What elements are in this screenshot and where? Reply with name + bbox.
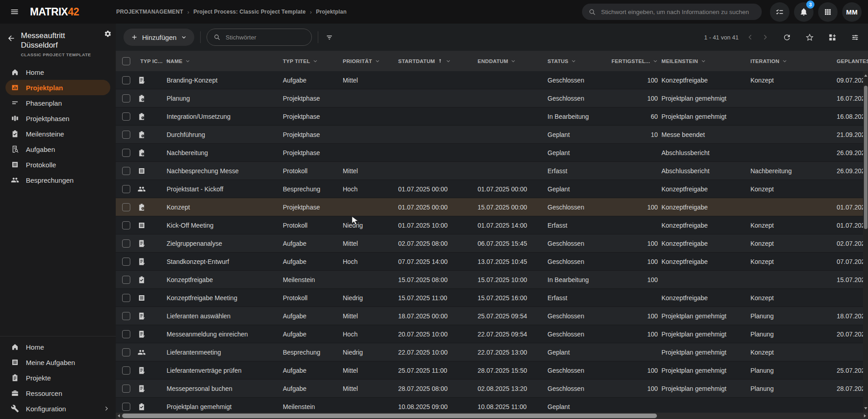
table-row[interactable]: Kick-Off Meeting Protokoll Niedrig 01.07… <box>116 216 868 234</box>
row-checkbox[interactable] <box>122 112 130 121</box>
table-row[interactable]: Nachbereitung Projektphase Geplant Absch… <box>116 144 868 162</box>
cell-status: Geschlossen <box>544 312 608 320</box>
vertical-scrollbar-thumb[interactable] <box>864 86 868 229</box>
user-avatar[interactable]: MM <box>842 2 862 22</box>
column-header-meilenstein[interactable]: MEILENSTEIN <box>658 58 747 64</box>
column-header-status[interactable]: STATUS <box>544 58 608 64</box>
scroll-left-arrow-icon[interactable] <box>117 414 121 418</box>
column-header-typ[interactable]: TYP TITEL <box>279 58 339 64</box>
cell-enddatum: 22.07.2025 13:00 <box>474 349 544 356</box>
table-row[interactable]: Projektstart - Kickoff Besprechung Hoch … <box>116 180 868 198</box>
page-previous-button[interactable] <box>746 33 755 42</box>
row-checkbox[interactable] <box>122 94 130 102</box>
sidebar-item-projektphasen[interactable]: Projektphasen <box>0 111 116 126</box>
global-search[interactable] <box>582 4 762 20</box>
row-checkbox[interactable] <box>122 131 130 139</box>
sidebar-item-konfiguration[interactable]: Konfiguration <box>0 401 116 416</box>
global-search-input[interactable] <box>600 8 755 16</box>
horizontal-scrollbar-thumb[interactable] <box>122 414 657 418</box>
row-checkbox[interactable] <box>122 385 130 393</box>
column-header-typ_icon[interactable]: TYP IC... <box>137 58 163 64</box>
horizontal-scrollbar[interactable] <box>116 413 868 419</box>
row-checkbox[interactable] <box>122 185 130 193</box>
add-widget-button[interactable] <box>827 32 838 43</box>
apps-grid-button[interactable] <box>818 2 838 22</box>
table-row[interactable]: Messepersonal buchen Aufgabe Mittel 28.0… <box>116 380 868 398</box>
table-row[interactable]: Zielgruppenanalyse Aufgabe Mittel 02.07.… <box>116 234 868 253</box>
sidebar-item-besprechungen[interactable]: Besprechungen <box>0 172 116 188</box>
row-checkbox[interactable] <box>122 203 130 211</box>
back-button[interactable] <box>5 33 16 44</box>
row-checkbox[interactable] <box>122 239 130 248</box>
sidebar-item-projektplan[interactable]: Projektplan <box>5 80 110 95</box>
table-row[interactable]: Lieferanten auswählen Aufgabe Mittel 18.… <box>116 307 868 325</box>
project-settings-button[interactable] <box>102 28 113 39</box>
table-row[interactable]: Integration/Umsetzung Projektphase In Be… <box>116 107 868 126</box>
row-checkbox[interactable] <box>122 276 130 284</box>
sidebar-item-label: Protokolle <box>26 161 109 169</box>
cell-fertigstellung: 100 <box>608 312 658 320</box>
column-header-iteration[interactable]: ITERATION <box>747 58 833 64</box>
column-header-start[interactable]: STARTDATUM <box>395 58 474 64</box>
vertical-scrollbar[interactable] <box>863 71 868 413</box>
sidebar-item-meilensteine[interactable]: Meilensteine <box>0 126 116 141</box>
table-row[interactable]: Konzept Projektphase 01.07.2025 00:00 15… <box>116 198 868 216</box>
sidebar-item-aufgaben[interactable]: Aufgaben <box>0 141 116 157</box>
sidebar-item-home[interactable]: Home <box>0 64 116 80</box>
breadcrumb-item[interactable]: PROJEKTMANAGEMENT <box>116 9 183 15</box>
refresh-button[interactable] <box>781 32 792 43</box>
sidebar-item-projekte[interactable]: Projekte <box>0 370 116 385</box>
add-button[interactable]: Hinzufügen <box>123 29 194 46</box>
table-row[interactable]: Standkonzept-Entwurf Aufgabe Hoch 07.07.… <box>116 253 868 271</box>
column-header-end[interactable]: ENDDATUM <box>474 58 544 64</box>
table-row[interactable]: Lieferantenverträge prüfen Aufgabe Mitte… <box>116 361 868 380</box>
table-row[interactable]: Messeanmeldung einreichen Aufgabe Hoch 2… <box>116 325 868 343</box>
sidebar-item-home-bottom[interactable]: Home <box>0 339 116 355</box>
row-checkbox[interactable] <box>122 258 130 266</box>
page-next-button[interactable] <box>760 33 769 42</box>
scroll-down-arrow-icon[interactable] <box>864 406 868 410</box>
column-header-geplant[interactable]: GEPLANTES <box>833 58 868 64</box>
table-row[interactable]: Branding-Konzept Aufgabe Mittel Geschlos… <box>116 71 868 89</box>
cell-prioritaet: Niedrig <box>339 294 395 302</box>
notifications-button[interactable]: 3 <box>794 2 814 22</box>
breadcrumb-item[interactable]: Projektplan <box>316 9 347 15</box>
row-checkbox[interactable] <box>122 167 130 175</box>
row-checkbox[interactable] <box>122 221 130 229</box>
row-checkbox[interactable] <box>122 149 130 157</box>
filter-button[interactable] <box>324 32 335 43</box>
table-row[interactable]: Lieferantenmeeting Besprechung Niedrig 2… <box>116 343 868 361</box>
matrix42-logo[interactable]: MATRIX42 <box>30 6 79 18</box>
sidebar-item-meine-aufgaben[interactable]: Meine Aufgaben <box>0 355 116 370</box>
pagination-text: 1 - 41 von 41 <box>704 34 739 41</box>
keyword-search[interactable] <box>207 29 312 46</box>
table-row[interactable]: Nachbesprechung Messe Protokoll Mittel E… <box>116 162 868 180</box>
sidebar-item-label: Home <box>26 343 109 351</box>
breadcrumb-item[interactable]: Project Process: Classic Project Templat… <box>193 9 306 15</box>
table-row[interactable]: Durchführung Projektphase Geplant 10 Mes… <box>116 126 868 144</box>
sidebar-item-ressourcen[interactable]: Ressourcen <box>0 385 116 401</box>
table-row[interactable]: Planung Projektphase Geschlossen 100 Pro… <box>116 89 868 107</box>
row-checkbox[interactable] <box>122 312 130 320</box>
row-checkbox[interactable] <box>122 348 130 356</box>
table-row[interactable]: Konzeptfreigabe Meilenstein 15.07.2025 0… <box>116 271 868 289</box>
column-header-prio[interactable]: PRIORITÄT <box>339 58 395 64</box>
keyword-search-input[interactable] <box>225 34 305 41</box>
tasks-checklist-button[interactable] <box>770 2 789 22</box>
row-checkbox[interactable] <box>122 294 130 302</box>
view-settings-button[interactable] <box>849 32 860 43</box>
table-row[interactable]: Konzeptfreigabe Meeting Protokoll Niedri… <box>116 289 868 307</box>
row-checkbox[interactable] <box>122 366 130 375</box>
scroll-up-arrow-icon[interactable] <box>864 74 868 78</box>
scroll-right-arrow-icon[interactable] <box>863 414 867 418</box>
column-header-name[interactable]: NAME <box>163 58 279 64</box>
row-checkbox[interactable] <box>122 330 130 338</box>
sidebar-item-protokolle[interactable]: Protokolle <box>0 157 116 172</box>
column-header-fertig[interactable]: FERTIGSTEL... <box>608 58 658 64</box>
row-checkbox[interactable] <box>122 403 130 411</box>
row-checkbox[interactable] <box>122 76 130 84</box>
favorite-button[interactable] <box>804 32 815 43</box>
select-all-checkbox[interactable] <box>122 57 130 65</box>
hamburger-menu-button[interactable] <box>6 4 23 20</box>
sidebar-item-phasenplan[interactable]: Phasenplan <box>0 95 116 111</box>
